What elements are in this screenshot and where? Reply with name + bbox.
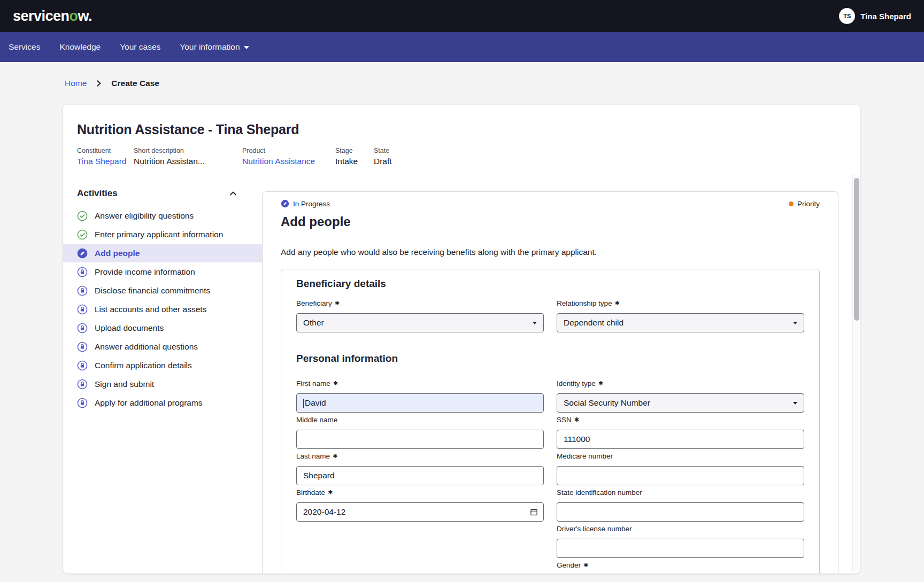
beneficiary-field: Beneficiary✱ Other [296, 299, 544, 332]
required-icon: ✱ [328, 488, 333, 496]
sidebar-item-confirm-application-details: Confirm application details [63, 356, 262, 375]
status-badge: In Progress [281, 199, 330, 208]
identity-type-select[interactable]: Social Security Number [557, 393, 804, 413]
meta-value: Draft [374, 157, 417, 166]
nav-item-label: Your cases [120, 42, 160, 52]
chevron-down-icon [533, 322, 537, 324]
middle-name-field: Middle name [296, 416, 544, 449]
state-id-field: State identification number [557, 488, 804, 522]
identity-type-field: Identity type✱ Social Security Number [557, 379, 804, 413]
lock-circle-icon [77, 267, 88, 277]
sidebar-item-apply-for-additional-programs: Apply for additional programs [63, 393, 262, 412]
lock-circle-icon [77, 323, 88, 333]
status-label: In Progress [293, 200, 330, 208]
medicare-number-input[interactable] [557, 466, 804, 485]
drivers-license-field: Driver's license number [557, 525, 804, 558]
sidebar-item-label: Upload documents [95, 323, 164, 333]
beneficiary-select[interactable]: Other [296, 313, 544, 332]
sidebar-item-label: Provide income information [95, 267, 195, 277]
meta-state: StateDraft [374, 147, 417, 166]
ssn-field: SSN✱ [557, 416, 804, 449]
sidebar-item-list-accounts-and-other-assets: List accounts and other assets [63, 300, 262, 319]
first-name-input[interactable]: David [296, 393, 544, 413]
meta-label: Product [242, 147, 335, 154]
check-circle-icon [77, 211, 88, 221]
sidebar-item-label: Answer eligibility questions [95, 211, 194, 221]
birthdate-input[interactable] [296, 502, 544, 522]
medicare-number-field: Medicare number [557, 452, 804, 485]
empty-cell [296, 561, 544, 573]
gender-field: Gender✱ [557, 561, 804, 573]
personal-information-heading: Personal information [296, 353, 804, 364]
drivers-license-label: Driver's license number [557, 525, 804, 533]
medicare-number-label: Medicare number [557, 452, 804, 461]
nav-item-services[interactable]: Services [9, 42, 40, 52]
scrollbar-thumb[interactable] [854, 178, 859, 321]
nav-item-your-information[interactable]: Your information [180, 42, 249, 52]
nav-item-label: Knowledge [59, 42, 101, 52]
sidebar-item-add-people[interactable]: Add people [63, 244, 262, 262]
relationship-field: Relationship type✱ Dependent child [557, 299, 804, 332]
logo-text-1: servicen [13, 8, 70, 24]
page-title: Nutrition Assistance - Tina Shepard [77, 122, 846, 137]
drivers-license-input[interactable] [557, 539, 804, 558]
required-icon: ✱ [333, 452, 337, 460]
sidebar-item-label: Confirm application details [95, 361, 192, 370]
sidebar-item-upload-documents: Upload documents [63, 319, 262, 337]
meta-value-link[interactable]: Nutrition Assistance [242, 157, 335, 166]
meta-value: Intake [335, 157, 374, 166]
user-menu[interactable]: TS Tina Shepard [839, 8, 911, 24]
primary-nav: ServicesKnowledgeYour casesYour informat… [0, 32, 924, 62]
nav-item-your-cases[interactable]: Your cases [120, 42, 160, 52]
activity-title: Add people [281, 214, 820, 229]
sidebar-item-label: Disclose financial commitments [95, 286, 210, 296]
first-name-field: First name✱ David [296, 379, 544, 413]
meta-label: Constituent [77, 147, 134, 154]
birthdate-field: Birthdate✱ [296, 488, 544, 522]
middle-name-input[interactable] [296, 430, 544, 449]
chevron-down-icon [244, 46, 249, 49]
case-meta: ConstituentTina ShepardShort description… [77, 147, 846, 166]
beneficiary-details-heading: Beneficiary details [296, 278, 804, 290]
sidebar-item-answer-eligibility-questions[interactable]: Answer eligibility questions [63, 206, 262, 225]
beneficiary-fieldset: Beneficiary details Beneficiary✱ Other R… [281, 269, 820, 573]
scrollbar-track[interactable] [852, 174, 860, 571]
priority-badge: Priority [789, 200, 820, 208]
servicenow-logo[interactable]: servicenow. [13, 8, 92, 25]
priority-dot-icon [789, 201, 794, 206]
sidebar-item-enter-primary-applicant-information[interactable]: Enter primary applicant information [63, 225, 262, 244]
nav-item-label: Your information [180, 42, 240, 52]
ssn-input[interactable] [557, 430, 804, 449]
required-icon: ✱ [615, 299, 620, 307]
priority-label: Priority [797, 200, 820, 208]
text-cursor [303, 399, 304, 408]
beneficiary-label: Beneficiary✱ [296, 299, 544, 308]
lock-circle-icon [77, 360, 88, 371]
case-card: Nutrition Assistance - Tina Shepard Cons… [63, 105, 860, 573]
sidebar-item-label: Add people [95, 249, 140, 258]
logo-green-o: o [70, 8, 78, 24]
last-name-input[interactable] [296, 466, 544, 485]
relationship-select[interactable]: Dependent child [557, 313, 804, 332]
nav-item-knowledge[interactable]: Knowledge [59, 42, 101, 52]
avatar: TS [839, 8, 855, 24]
chevron-down-icon [793, 402, 797, 405]
sidebar-item-label: Sign and submit [95, 379, 154, 389]
state-id-input[interactable] [557, 502, 804, 522]
meta-label: State [374, 147, 417, 154]
meta-value-link[interactable]: Tina Shepard [77, 157, 134, 166]
middle-name-label: Middle name [296, 416, 544, 424]
in-progress-icon [281, 199, 289, 208]
lock-circle-icon [77, 342, 88, 352]
breadcrumb-home-link[interactable]: Home [65, 79, 87, 88]
user-name: Tina Shepard [860, 12, 911, 21]
meta-product: ProductNutrition Assistance [242, 147, 335, 166]
identity-type-label: Identity type✱ [557, 379, 804, 388]
top-header: servicenow. TS Tina Shepard [0, 0, 924, 32]
sidebar-item-label: Enter primary applicant information [95, 230, 223, 239]
last-name-label: Last name✱ [296, 452, 544, 461]
chevron-up-icon[interactable] [229, 189, 237, 198]
pencil-circle-icon [77, 248, 88, 259]
logo-text-2: w. [78, 8, 93, 24]
activities-title: Activities [77, 188, 118, 199]
